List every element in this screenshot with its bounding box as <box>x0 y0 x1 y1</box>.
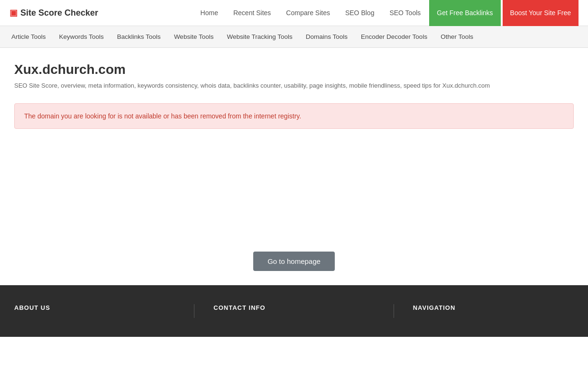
go-to-homepage-button[interactable]: Go to homepage <box>253 252 335 271</box>
top-nav: ▣ Site Score Checker Home Recent Sites C… <box>0 0 588 26</box>
footer-navigation-title: NAVIGATION <box>413 304 574 311</box>
top-nav-links: Home Recent Sites Compare Sites SEO Blog… <box>194 0 579 26</box>
brand-label: Site Score Checker <box>20 8 98 18</box>
brand: ▣ Site Score Checker <box>9 8 98 18</box>
footer-navigation: NAVIGATION <box>413 304 574 318</box>
domain-unavailable-alert: The domain you are looking for is not av… <box>14 103 574 129</box>
footer-contact: CONTACT INFO <box>213 304 374 318</box>
nav-seo-tools[interactable]: SEO Tools <box>383 5 427 20</box>
page-subtitle: SEO Site Score, overview, meta informati… <box>14 82 574 89</box>
main-content: Xux.dchurch.com SEO Site Score, overview… <box>0 48 588 237</box>
secondary-nav: Article Tools Keywords Tools Backlinks T… <box>0 26 588 48</box>
page-title: Xux.dchurch.com <box>14 62 574 77</box>
brand-icon: ▣ <box>9 8 18 18</box>
nav-domains-tools[interactable]: Domains Tools <box>299 26 354 48</box>
footer: ABOUT US CONTACT INFO NAVIGATION <box>0 285 588 337</box>
get-free-backlinks-button[interactable]: Get Free Backlinks <box>429 0 500 26</box>
footer-about-title: ABOUT US <box>14 304 175 311</box>
nav-encoder-decoder-tools[interactable]: Encoder Decoder Tools <box>354 26 434 48</box>
nav-compare-sites[interactable]: Compare Sites <box>279 5 337 20</box>
footer-divider-1 <box>194 304 194 318</box>
nav-keywords-tools[interactable]: Keywords Tools <box>53 26 110 48</box>
nav-website-tracking-tools[interactable]: Website Tracking Tools <box>220 26 299 48</box>
nav-home[interactable]: Home <box>194 5 225 20</box>
nav-other-tools[interactable]: Other Tools <box>434 26 480 48</box>
nav-backlinks-tools[interactable]: Backlinks Tools <box>110 26 167 48</box>
footer-contact-title: CONTACT INFO <box>213 304 374 311</box>
nav-recent-sites[interactable]: Recent Sites <box>227 5 277 20</box>
footer-about: ABOUT US <box>14 304 175 318</box>
alert-text: The domain you are looking for is not av… <box>24 112 301 120</box>
boost-site-free-button[interactable]: Boost Your Site Free <box>503 0 579 26</box>
homepage-button-area: Go to homepage <box>0 237 588 285</box>
nav-seo-blog[interactable]: SEO Blog <box>339 5 381 20</box>
nav-website-tools[interactable]: Website Tools <box>167 26 220 48</box>
nav-article-tools[interactable]: Article Tools <box>5 26 53 48</box>
footer-divider-2 <box>394 304 394 318</box>
